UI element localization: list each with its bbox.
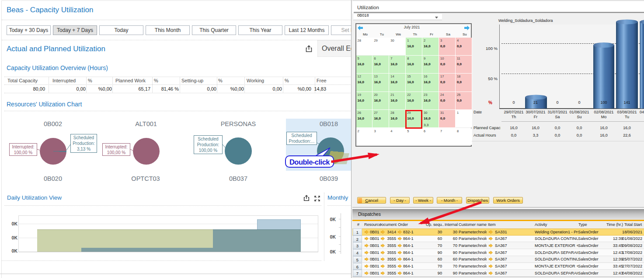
svg-text:Double-click: Double-click bbox=[289, 158, 330, 166]
